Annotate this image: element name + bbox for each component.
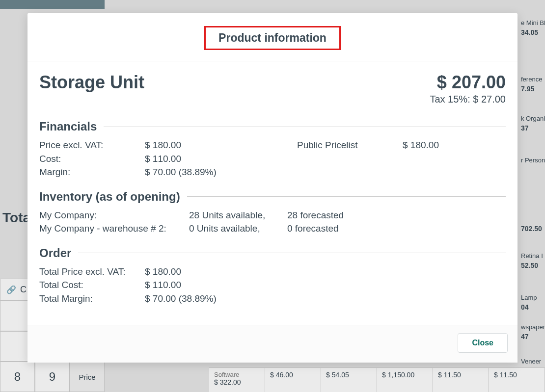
financials-left: Price excl. VAT: $ 180.00 Cost: $ 110.00… (39, 138, 297, 179)
kv-value: $ 180.00 (403, 138, 439, 179)
kv-row: Total Cost: $ 110.00 (39, 278, 506, 292)
kv-value: $ 70.00 (38.89%) (145, 292, 217, 306)
kv-row: Total Price excl. VAT: $ 180.00 (39, 265, 506, 279)
kv-label: My Company - warehouse # 2: (39, 222, 189, 235)
kv-label: Price excl. VAT: (39, 138, 145, 152)
inventory-available: 28 Units available, (189, 209, 287, 222)
financials-right: Public Pricelist $ 180.00 (297, 138, 506, 179)
inventory-available: 0 Units available, (189, 222, 287, 235)
heading-text: Financials (39, 120, 97, 133)
modal-body: Storage Unit $ 207.00 Tax 15%: $ 27.00 F… (27, 61, 518, 325)
section-heading: Order (39, 246, 506, 260)
product-info-modal: Product information Storage Unit $ 207.0… (27, 13, 518, 363)
heading-rule (104, 127, 506, 127)
kv-label: Total Price excl. VAT: (39, 265, 145, 279)
modal-header: Product information (27, 13, 518, 61)
inventory-row: My Company - warehouse # 2: 0 Units avai… (39, 222, 506, 235)
close-button[interactable]: Close (458, 333, 508, 353)
kv-label: Cost: (39, 152, 145, 166)
financials-section: Financials Price excl. VAT: $ 180.00 Cos… (39, 120, 506, 179)
kv-label: Margin: (39, 165, 145, 179)
modal-footer: Close (27, 325, 518, 363)
inventory-forecast: 0 forecasted (287, 222, 339, 235)
kv-row: Cost: $ 110.00 (39, 152, 297, 166)
kv-value: $ 180.00 (145, 265, 181, 279)
kv-value: $ 110.00 (145, 278, 181, 292)
modal-title: Product information (204, 26, 341, 50)
kv-label: Total Cost: (39, 278, 145, 292)
kv-row: Price excl. VAT: $ 180.00 (39, 138, 297, 152)
inventory-section: Inventory (as of opening) My Company: 28… (39, 190, 506, 235)
heading-text: Inventory (as of opening) (39, 190, 180, 204)
product-tax: Tax 15%: $ 27.00 (430, 94, 506, 105)
kv-value: $ 180.00 (145, 138, 181, 152)
inventory-row: My Company: 28 Units available, 28 forec… (39, 209, 506, 222)
kv-label: Public Pricelist (297, 138, 403, 179)
price-block: $ 207.00 Tax 15%: $ 27.00 (430, 72, 506, 105)
section-heading: Inventory (as of opening) (39, 190, 506, 204)
order-section: Order Total Price excl. VAT: $ 180.00 To… (39, 246, 506, 306)
product-name: Storage Unit (39, 72, 144, 93)
heading-rule (78, 253, 506, 253)
kv-value: $ 70.00 (38.89%) (145, 165, 217, 179)
product-price: $ 207.00 (430, 72, 506, 93)
kv-label: My Company: (39, 209, 189, 222)
inventory-forecast: 28 forecasted (287, 209, 344, 222)
kv-label: Total Margin: (39, 292, 145, 306)
heading-text: Order (39, 246, 71, 260)
heading-rule (187, 196, 506, 197)
kv-value: $ 110.00 (145, 152, 181, 166)
product-summary: Storage Unit $ 207.00 Tax 15%: $ 27.00 (39, 72, 506, 105)
section-heading: Financials (39, 120, 506, 133)
kv-row: Total Margin: $ 70.00 (38.89%) (39, 292, 506, 306)
kv-row: Margin: $ 70.00 (38.89%) (39, 165, 297, 179)
